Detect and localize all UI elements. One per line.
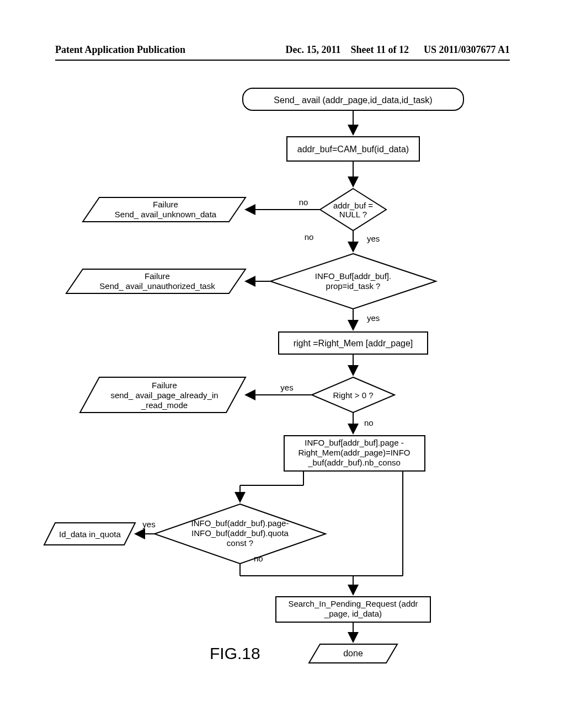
proc3-l1: INFO_buf[addr_buf].page - <box>305 438 403 447</box>
dec3-text: Right > 0 ? <box>333 390 374 400</box>
fail2-l1: Failure <box>145 271 170 281</box>
figure-label: FIG.18 <box>210 644 260 662</box>
dec2-l1: INFO_Buf[addr_buf]. <box>315 271 391 281</box>
proc3-l3: _buf(addr_buf).nb_conso <box>307 458 401 467</box>
done-text: done <box>343 649 363 658</box>
dec4-l3: const ? <box>227 538 253 548</box>
proc4-l1: Search_In_Pending_Request (addr <box>288 599 418 608</box>
dec1-l2: NULL ? <box>339 210 367 219</box>
dec1-upno-label: no <box>305 232 314 242</box>
dec2-yes-label: yes <box>367 313 380 323</box>
dec1-l1: addr_buf = <box>333 201 373 210</box>
fail1-l2: Send_ avail_unknown_data <box>115 210 217 219</box>
dec2-l2: prop=id_task ? <box>326 281 381 291</box>
dec1-yes-label: yes <box>367 234 380 243</box>
dec4-l1: INFO_buf(addr_buf).page- <box>191 518 289 528</box>
fail2-l2: Send_ avail_unauthorized_task <box>99 281 215 291</box>
proc2-text: right =Right_Mem [addr_page] <box>294 339 413 349</box>
dec4-l2: INFO_buf(addr_buf).quota <box>191 528 289 538</box>
dec4-no-label: no <box>254 554 263 563</box>
fail3-l1: Failure <box>152 381 177 390</box>
flowchart: Send_ avail (addr_page,id_data,id_task) … <box>0 0 565 728</box>
dec4-yes-label: yes <box>142 520 155 529</box>
fail1-l1: Failure <box>153 200 178 209</box>
fail3-l2: send_ avail_page_already_in <box>110 390 218 400</box>
dec3-yes-label: yes <box>280 383 293 392</box>
dec3-no-label: no <box>364 418 374 427</box>
quota-text: Id_data in_quota <box>59 529 121 539</box>
proc4-l2: _page, id_data) <box>324 609 382 618</box>
dec1-no-label: no <box>299 197 308 207</box>
proc3-l2: Right_Mem(addr_page)=INFO <box>298 448 410 457</box>
proc1-text: addr_buf=CAM_buf(id_data) <box>297 144 409 154</box>
fail3-l3: _read_mode <box>141 400 188 410</box>
terminator-text: Send_ avail (addr_page,id_data,id_task) <box>274 95 432 105</box>
